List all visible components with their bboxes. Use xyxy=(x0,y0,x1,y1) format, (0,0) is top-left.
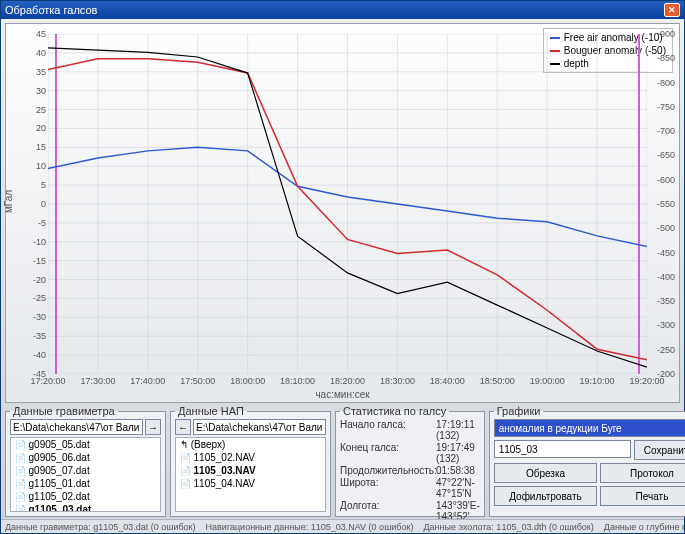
list-item[interactable]: g0905_07.dat xyxy=(11,464,160,477)
content-area: Free air anomaly (-10) Bouguer anomaly (… xyxy=(1,19,684,533)
list-item[interactable]: 1105_03.NAV xyxy=(176,464,325,477)
y-ticks-right: -900-850-800-750-700-650-600-550-500-450… xyxy=(649,34,675,374)
panel-title: Данные гравиметра xyxy=(10,405,118,417)
trim-button[interactable]: Обрезка xyxy=(494,463,598,483)
save-button[interactable]: Сохранить xyxy=(634,440,685,460)
grav-path-input[interactable] xyxy=(10,419,143,435)
stat-value: 19:17:49 (132) xyxy=(436,442,480,464)
list-item[interactable]: g1105_01.dat xyxy=(11,477,160,490)
panel-statistics: Статистика по галсу Начало галса:17:19:1… xyxy=(335,405,485,517)
stat-grid: Начало галса:17:19:11 (132)Конец галса:1… xyxy=(340,419,480,534)
app-window: Обработка галсов ✕ Free air anomaly (-10… xyxy=(0,0,685,534)
filter-button[interactable]: Дофильтровать xyxy=(494,486,598,506)
panel-title: Статистика по галсу xyxy=(340,405,449,417)
titlebar[interactable]: Обработка галсов ✕ xyxy=(1,1,684,19)
list-item[interactable]: 1105_04.NAV xyxy=(176,477,325,490)
nav-file-list[interactable]: (Вверх)1105_02.NAV1105_03.NAV1105_04.NAV xyxy=(175,437,326,512)
nav-back-button[interactable]: ← xyxy=(175,419,191,435)
list-item[interactable]: g0905_06.dat xyxy=(11,451,160,464)
grav-file-list[interactable]: g0905_05.datg0905_06.datg0905_07.datg110… xyxy=(10,437,161,512)
protocol-button[interactable]: Протокол xyxy=(600,463,685,483)
graph-name-input[interactable] xyxy=(494,440,631,458)
combo-value: аномалия в редукции Буге xyxy=(499,423,622,434)
panel-title: Графики xyxy=(494,405,544,417)
statusbar: Данные гравиметра: g1105_03.dat (0 ошибо… xyxy=(1,519,684,533)
stat-value: 17:19:11 (132) xyxy=(436,419,480,441)
panel-graphics: Графики аномалия в редукции Буге ▾ Сохра… xyxy=(489,405,685,517)
graph-type-combo[interactable]: аномалия в редукции Буге ▾ xyxy=(494,419,685,437)
window-title: Обработка галсов xyxy=(5,4,664,16)
status-depth: Данные о глубине погружения: Нет данных xyxy=(604,522,684,532)
plot-canvas xyxy=(48,34,647,374)
y-axis-label: мГал xyxy=(3,190,14,213)
x-axis-label: час:мин:сек xyxy=(315,389,369,400)
stat-key: Продолжительность: xyxy=(340,465,436,476)
panel-nav: Данные НАП ← (Вверх)1105_02.NAV1105_03.N… xyxy=(170,405,331,517)
stat-key: Начало галса: xyxy=(340,419,436,441)
list-item[interactable]: g0905_05.dat xyxy=(11,438,160,451)
bottom-panels: Данные гравиметра → g0905_05.datg0905_06… xyxy=(1,405,684,519)
status-grav: Данные гравиметра: g1105_03.dat (0 ошибо… xyxy=(5,522,196,532)
x-ticks: 17:20:0017:30:0017:40:0017:50:0018:00:00… xyxy=(48,376,647,388)
print-button[interactable]: Печать xyxy=(600,486,685,506)
close-icon[interactable]: ✕ xyxy=(664,3,680,17)
chart-area: Free air anomaly (-10) Bouguer anomaly (… xyxy=(5,23,680,403)
status-echo: Данные эхолота: 1105_03.dth (0 ошибок) xyxy=(423,522,593,532)
stat-key: Конец галса: xyxy=(340,442,436,464)
nav-path-input[interactable] xyxy=(193,419,326,435)
panel-title: Данные НАП xyxy=(175,405,247,417)
list-item[interactable]: g1105_02.dat xyxy=(11,490,160,503)
stat-key: Широта: xyxy=(340,477,436,499)
list-item-up[interactable]: (Вверх) xyxy=(176,438,325,451)
stat-value: 47°22'N-47°15'N xyxy=(436,477,480,499)
list-item[interactable]: g1105_03.dat xyxy=(11,503,160,512)
panel-gravimeter: Данные гравиметра → g0905_05.datg0905_06… xyxy=(5,405,166,517)
status-nav: Навигационные данные: 1105_03.NAV (0 оши… xyxy=(206,522,414,532)
y-ticks-left: 454035302520151050-5-10-15-20-25-30-35-4… xyxy=(24,34,46,374)
grav-browse-button[interactable]: → xyxy=(145,419,161,435)
list-item[interactable]: 1105_02.NAV xyxy=(176,451,325,464)
stat-value: 01:58:38 xyxy=(436,465,480,476)
